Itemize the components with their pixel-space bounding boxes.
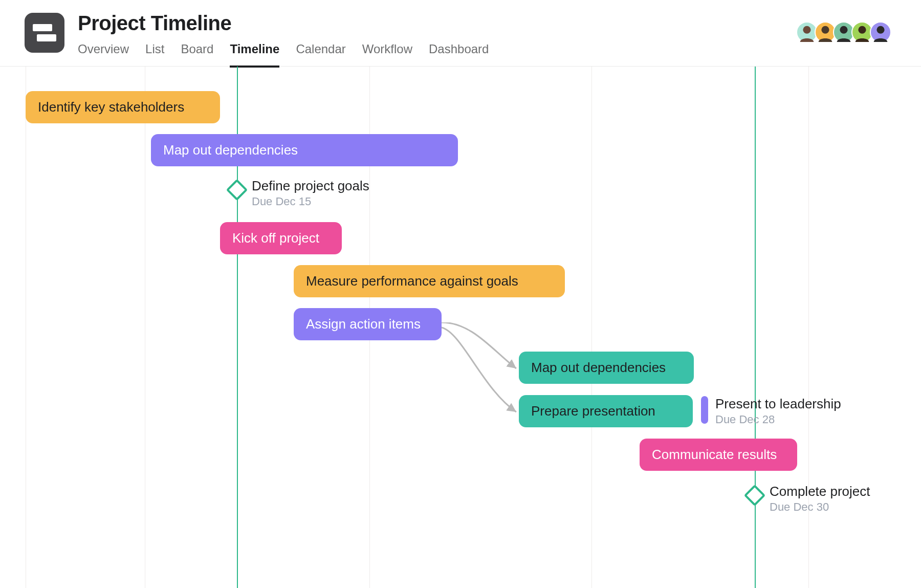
project-icon[interactable] [25, 13, 64, 53]
milestone-title: Present to leadership [715, 396, 841, 412]
milestone-due: Due Dec 28 [715, 413, 841, 426]
tab-timeline[interactable]: Timeline [230, 42, 279, 68]
dependency-arrow [442, 322, 523, 425]
diamond-icon [226, 179, 248, 201]
task-bar-prepare-presentation[interactable]: Prepare presentation [519, 395, 693, 427]
task-bar-communicate-results[interactable]: Communicate results [640, 439, 797, 471]
milestone-due: Due Dec 30 [770, 500, 870, 514]
svg-point-0 [803, 26, 810, 33]
tab-board[interactable]: Board [181, 42, 213, 68]
task-bar-measure-performance[interactable]: Measure performance against goals [294, 265, 565, 297]
page-title: Project Timeline [78, 12, 489, 35]
milestone-present-leadership[interactable]: Present to leadership Due Dec 28 [701, 396, 841, 426]
tab-list[interactable]: List [145, 42, 164, 68]
milestone-due: Due Dec 15 [252, 195, 369, 208]
task-bar-map-dependencies-1[interactable]: Map out dependencies [151, 134, 458, 166]
grid-line [591, 67, 592, 588]
task-bar-map-dependencies-2[interactable]: Map out dependencies [519, 352, 694, 384]
milestone-pill-icon [701, 396, 708, 424]
svg-point-4 [876, 26, 884, 33]
header-left: Project Timeline Overview List Board Tim… [25, 12, 489, 68]
avatar-stack[interactable] [799, 21, 896, 43]
tab-calendar[interactable]: Calendar [296, 42, 345, 68]
timeline-canvas[interactable]: Identify key stakeholders Map out depend… [0, 67, 921, 588]
milestone-title: Define project goals [252, 178, 369, 194]
tabs: Overview List Board Timeline Calendar Wo… [78, 42, 489, 68]
grid-line [145, 67, 145, 588]
diamond-icon [744, 485, 765, 506]
tab-workflow[interactable]: Workflow [362, 42, 412, 68]
header: Project Timeline Overview List Board Tim… [0, 0, 921, 67]
svg-point-1 [821, 26, 829, 33]
task-bar-kickoff[interactable]: Kick off project [220, 222, 342, 254]
milestone-define-goals[interactable]: Define project goals Due Dec 15 [229, 178, 369, 208]
task-bar-assign-action-items[interactable]: Assign action items [294, 308, 442, 340]
tab-dashboard[interactable]: Dashboard [429, 42, 489, 68]
tab-overview[interactable]: Overview [78, 42, 129, 68]
svg-point-3 [858, 26, 866, 33]
milestone-title: Complete project [770, 484, 870, 499]
grid-line [26, 67, 26, 588]
task-bar-identify-stakeholders[interactable]: Identify key stakeholders [26, 91, 220, 123]
avatar[interactable] [870, 21, 891, 43]
milestone-complete-project[interactable]: Complete project Due Dec 30 [747, 484, 870, 514]
svg-point-2 [840, 26, 847, 33]
